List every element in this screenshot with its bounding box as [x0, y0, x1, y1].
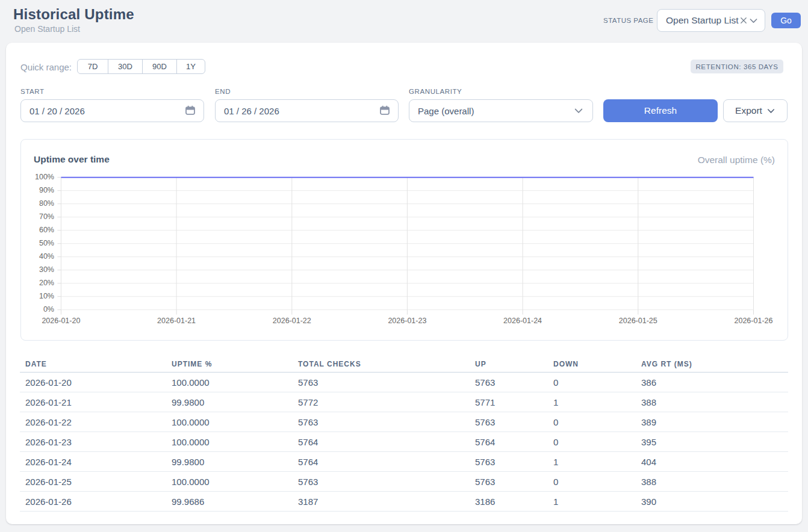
svg-text:50%: 50% [39, 239, 54, 247]
svg-text:10%: 10% [39, 292, 54, 300]
svg-text:2026-01-21: 2026-01-21 [157, 317, 196, 325]
svg-text:2026-01-22: 2026-01-22 [273, 317, 311, 325]
svg-text:20%: 20% [39, 279, 54, 287]
svg-text:80%: 80% [39, 199, 54, 208]
svg-text:60%: 60% [39, 226, 54, 234]
svg-text:100%: 100% [35, 173, 54, 181]
svg-text:30%: 30% [39, 265, 54, 274]
svg-text:2026-01-20: 2026-01-20 [42, 317, 80, 325]
svg-text:2026-01-24: 2026-01-24 [503, 317, 542, 325]
svg-text:0%: 0% [43, 305, 54, 314]
svg-text:40%: 40% [39, 252, 54, 261]
svg-text:2026-01-26: 2026-01-26 [735, 317, 773, 325]
svg-text:2026-01-25: 2026-01-25 [619, 317, 657, 325]
svg-text:70%: 70% [39, 212, 54, 221]
svg-text:90%: 90% [39, 186, 54, 194]
svg-text:2026-01-23: 2026-01-23 [388, 317, 426, 325]
